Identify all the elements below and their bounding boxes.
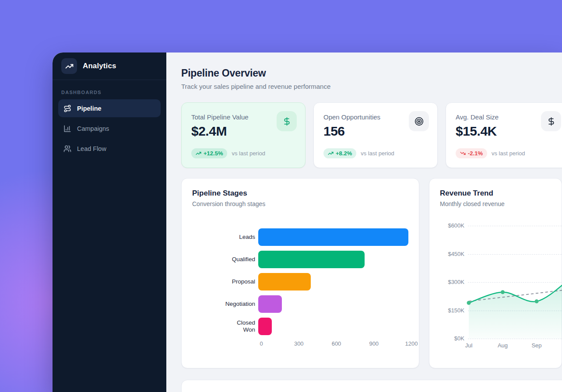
bar-category-label: Proposal (192, 278, 258, 285)
revenue-trend-card: Revenue Trend Monthly closed revenue $60… (429, 178, 562, 368)
stat-footer: -2.1% vs last period (456, 148, 525, 158)
bar-row: Qualified (192, 251, 408, 268)
x-tick-label: Sep (531, 342, 541, 349)
y-tick-label: $150K (440, 307, 464, 314)
compare-text: vs last period (361, 150, 394, 157)
bar-track (258, 318, 408, 335)
sidebar-header: Analytics (53, 52, 166, 80)
change-badge: -2.1% (456, 148, 487, 158)
dollar-icon (277, 111, 297, 131)
charts-row: Pipeline Stages Conversion through stage… (181, 178, 562, 368)
revenue-area-fill (469, 278, 562, 339)
bar-chart-x-axis: 03006009001200 (261, 340, 408, 348)
stat-card-open-opportunities[interactable]: Open Opportunities 156 +8.2% vs last per… (313, 102, 438, 168)
data-point-dot[interactable] (467, 301, 471, 305)
users-icon (63, 145, 71, 153)
sidebar-item-label: Lead Flow (77, 145, 106, 152)
bar-track (258, 295, 408, 313)
sidebar-item-lead-flow[interactable]: Lead Flow (58, 140, 161, 158)
bar-category-label: Negotiation (192, 301, 258, 308)
y-tick-label: $0K (440, 335, 464, 342)
bar-track (258, 228, 408, 246)
data-point-dot[interactable] (535, 299, 539, 303)
bar-row: Proposal (192, 273, 408, 290)
line-chart-svg (468, 226, 562, 339)
x-tick-label: 900 (369, 340, 379, 347)
bar[interactable] (258, 295, 282, 313)
brand-name: Analytics (83, 62, 116, 70)
route-icon (63, 105, 71, 112)
x-tick-label: Jul (465, 342, 473, 349)
page-title: Pipeline Overview (181, 67, 562, 79)
y-tick-label: $300K (440, 279, 464, 285)
main-content: Pipeline Overview Track your sales pipel… (166, 52, 562, 392)
bar-row: Negotiation (192, 295, 408, 313)
stats-row: Total Pipeline Value $2.4M +12.5% vs las… (181, 102, 562, 168)
stat-card-total-pipeline-value[interactable]: Total Pipeline Value $2.4M +12.5% vs las… (181, 102, 306, 168)
compare-text: vs last period (232, 150, 265, 157)
sidebar-nav: Pipeline Campaigns Lead Flow (53, 99, 166, 158)
bar-chart-icon (63, 125, 71, 133)
stat-card-avg-deal-size[interactable]: Avg. Deal Size $15.4K -2.1% vs last peri… (446, 102, 562, 168)
x-tick-label: 600 (332, 340, 341, 347)
chart-subtitle: Monthly closed revenue (440, 200, 551, 207)
stat-footer: +12.5% vs last period (191, 148, 265, 158)
change-badge: +8.2% (323, 148, 356, 158)
target-icon (409, 111, 429, 131)
bar-row: Leads (192, 228, 408, 246)
bar-category-label: Leads (192, 234, 258, 241)
bar-chart: LeadsQualifiedProposalNegotiationClosed … (192, 228, 408, 335)
bar-category-label: Qualified (192, 256, 258, 263)
chart-title: Revenue Trend (440, 189, 551, 198)
bar-row: Closed Won (192, 318, 408, 335)
line-chart: $600K$450K$300K$150K$0KJulAugSepOct (468, 226, 551, 339)
bar[interactable] (258, 273, 311, 290)
chart-title: Pipeline Stages (192, 189, 408, 198)
sidebar-item-pipeline[interactable]: Pipeline (58, 99, 161, 117)
trending-down-icon (460, 150, 466, 156)
pipeline-stages-card: Pipeline Stages Conversion through stage… (181, 178, 419, 368)
bottom-card-stub (181, 380, 562, 392)
app-window: Analytics DASHBOARDS Pipeline Campaigns (53, 52, 562, 392)
bar-track (258, 251, 408, 268)
y-tick-label: $450K (440, 251, 464, 257)
compare-text: vs last period (492, 150, 525, 157)
sidebar-section-label: DASHBOARDS (61, 90, 158, 95)
sidebar: Analytics DASHBOARDS Pipeline Campaigns (53, 52, 166, 392)
chart-subtitle: Conversion through stages (192, 200, 408, 207)
grid-line (468, 339, 562, 339)
bar[interactable] (258, 251, 365, 268)
dollar-icon (541, 111, 561, 131)
sidebar-item-label: Campaigns (77, 125, 109, 132)
sidebar-item-campaigns[interactable]: Campaigns (58, 119, 161, 137)
bar[interactable] (258, 228, 408, 246)
trending-up-icon (328, 150, 334, 156)
x-tick-label: Aug (498, 342, 508, 349)
x-tick-label: 0 (260, 340, 263, 347)
y-tick-label: $600K (440, 222, 464, 229)
bar-track (258, 273, 408, 290)
sidebar-item-label: Pipeline (77, 105, 102, 112)
x-tick-label: 1200 (405, 340, 418, 347)
data-point-dot[interactable] (501, 290, 505, 294)
change-badge: +12.5% (191, 148, 227, 158)
bar-category-label: Closed Won (192, 319, 258, 333)
stat-footer: +8.2% vs last period (323, 148, 394, 158)
page-subtitle: Track your sales pipeline and revenue pe… (181, 83, 562, 90)
x-tick-label: 300 (294, 340, 304, 347)
analytics-logo-icon (61, 58, 77, 74)
bar[interactable] (258, 318, 272, 335)
trending-up-icon (196, 150, 201, 156)
